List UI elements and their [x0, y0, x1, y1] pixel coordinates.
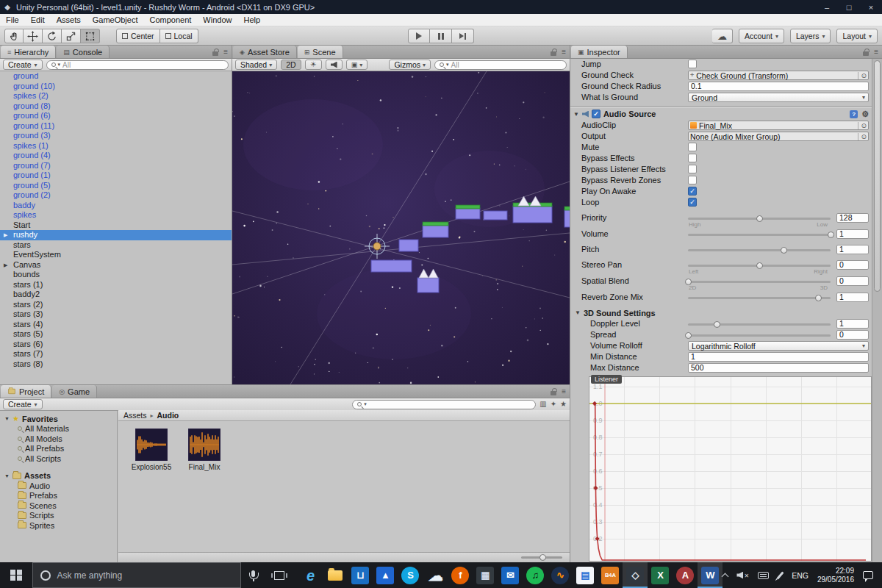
hierarchy-item-baddy[interactable]: baddy — [0, 201, 232, 211]
stereo-pan-slider[interactable] — [688, 265, 831, 267]
scene-audio-toggle[interactable] — [326, 60, 343, 70]
hierarchy-item-ground-8[interactable]: ground (8) — [0, 101, 232, 112]
expander-icon[interactable]: ▼ — [4, 416, 10, 421]
pen-icon[interactable] — [777, 571, 784, 579]
listener-badge[interactable]: Listener — [591, 375, 622, 384]
expander-icon[interactable]: ▼ — [4, 473, 10, 478]
tray-expand-icon[interactable] — [722, 573, 729, 580]
start-button[interactable] — [0, 562, 32, 588]
object-picker-icon[interactable]: ⊙ — [858, 72, 867, 79]
volume-muted-icon[interactable]: ✕ — [736, 572, 749, 579]
effects-dropdown[interactable]: ▣▾ — [346, 60, 368, 70]
doppler-level-slider[interactable] — [688, 323, 831, 326]
layers-dropdown[interactable]: Layers▾ — [790, 29, 831, 43]
hierarchy-item-baddy2[interactable]: baddy2 — [0, 290, 232, 300]
taskbar-app-unity-editor[interactable]: ◇ — [623, 562, 648, 588]
hierarchy-item-eventsystem[interactable]: EventSystem — [0, 250, 232, 260]
rolloff-curve[interactable]: 1.11.00.90.80.70.60.50.40.30.2 — [589, 376, 872, 562]
menu-help[interactable]: Help — [237, 14, 266, 26]
tab-hierarchy[interactable]: ≡Hierarchy — [1, 46, 56, 58]
platform[interactable] — [371, 260, 412, 272]
taskbar-app-access[interactable]: A — [673, 562, 698, 588]
label-filter-icon[interactable]: ✦ — [551, 401, 556, 408]
tab-scene[interactable]: ⊞Scene — [298, 46, 343, 58]
project-menu-icon[interactable]: ≡ — [562, 388, 566, 395]
platform[interactable] — [399, 240, 418, 251]
hierarchy-item-stars-2[interactable]: stars (2) — [0, 300, 232, 310]
folder-audio[interactable]: Audio — [0, 481, 117, 491]
taskbar-app-store[interactable]: ⊔ — [348, 562, 373, 588]
tab-project[interactable]: Project — [1, 385, 51, 398]
bypass-effects-checkbox[interactable] — [688, 154, 697, 162]
gear-icon[interactable]: ⚙ — [861, 110, 869, 118]
column-view-icon[interactable]: ▥ — [539, 401, 546, 408]
loop-checkbox[interactable]: ✓ — [688, 198, 697, 207]
favorites-root[interactable]: ▼★Favorites — [0, 414, 117, 424]
pitch-slider[interactable] — [688, 249, 831, 251]
hierarchy-item-spikes-2[interactable]: spikes (2) — [0, 91, 232, 101]
hierarchy-item-ground-5[interactable]: ground (5) — [0, 181, 232, 191]
tab-inspector[interactable]: ▣Inspector — [571, 46, 628, 58]
scene-lock-icon[interactable] — [551, 51, 556, 56]
audio-source-enabled-checkbox[interactable]: ✓ — [592, 110, 600, 118]
bypass-reverb-zones-checkbox[interactable] — [688, 176, 697, 184]
tab-console[interactable]: ▤Console — [57, 46, 110, 58]
pause-button[interactable] — [430, 29, 452, 43]
favorite-all-materials[interactable]: All Materials — [0, 424, 117, 434]
spread-slider[interactable] — [688, 334, 831, 337]
menu-gameobject[interactable]: GameObject — [87, 14, 144, 26]
volume-rolloff-graph[interactable]: Listener 1.11.00.90.80.70.60.50.40.30.2 — [589, 376, 872, 562]
platform[interactable] — [456, 208, 480, 219]
language-indicator[interactable]: ENG — [792, 571, 808, 580]
hierarchy-item-ground-10[interactable]: ground (10) — [0, 82, 232, 92]
ground-check-radius-field[interactable]: 0.1 — [688, 82, 869, 91]
hierarchy-item-stars-7[interactable]: stars (7) — [0, 349, 232, 359]
keyboard-icon[interactable] — [758, 572, 769, 579]
hierarchy-item-ground-7[interactable]: ground (7) — [0, 161, 232, 171]
clock[interactable]: 22:0929/05/2016 — [817, 567, 854, 584]
audioclip-object-field[interactable]: Final_Mix⊙ — [688, 121, 869, 130]
slider-thumb[interactable] — [781, 247, 787, 254]
what-is-ground-dropdown[interactable]: Ground▾ — [688, 93, 869, 102]
hierarchy-search[interactable]: ▾All — [46, 60, 229, 70]
scene-viewport[interactable] — [232, 71, 570, 384]
taskbar-app-excel[interactable]: X — [648, 562, 673, 588]
pitch-value-field[interactable]: 1 — [836, 245, 869, 254]
close-button[interactable]: × — [860, 0, 882, 14]
minimize-button[interactable]: – — [816, 0, 838, 14]
object-picker-icon[interactable]: ⊙ — [858, 122, 867, 129]
space-button[interactable]: Local — [160, 29, 198, 43]
breadcrumb-audio[interactable]: Audio — [157, 411, 179, 420]
platform[interactable] — [423, 225, 448, 237]
favorites-filter-icon[interactable]: ★ — [560, 401, 567, 408]
cloud-button[interactable]: ☁ — [712, 29, 733, 43]
taskbar-app-b4a[interactable]: B4A — [598, 562, 623, 588]
platform[interactable] — [564, 209, 570, 227]
slider-thumb[interactable] — [539, 554, 546, 561]
hand-tool-button[interactable] — [4, 29, 24, 43]
hierarchy-create-button[interactable]: Create▾ — [3, 60, 43, 70]
priority-slider[interactable] — [688, 218, 831, 220]
player-rushdy[interactable] — [373, 243, 381, 250]
shading-mode-dropdown[interactable]: Shaded▾ — [235, 60, 277, 70]
taskbar-app-file-explorer[interactable] — [323, 562, 348, 588]
taskbar-app-firefox[interactable]: f — [448, 562, 473, 588]
spread-value-field[interactable]: 0 — [836, 330, 869, 340]
slider-thumb[interactable] — [685, 332, 692, 339]
asset-final-mix[interactable]: Final_Mix — [183, 429, 226, 471]
2d-toggle[interactable]: 2D — [281, 60, 301, 70]
audio-source-header[interactable]: ▼ ✓ Audio Source ? ⚙ — [570, 107, 872, 120]
taskbar-app-word[interactable]: W — [698, 562, 723, 588]
play-on-awake-checkbox[interactable]: ✓ — [688, 187, 697, 196]
taskbar-app-calculator[interactable]: ▦ — [473, 562, 498, 588]
asset-explosion55[interactable]: Explosion55 — [130, 429, 173, 471]
hierarchy-item-spikes[interactable]: spikes — [0, 210, 232, 220]
scene-search[interactable]: ▾All — [434, 60, 567, 70]
volume-slider[interactable] — [688, 234, 831, 236]
microphone-icon[interactable] — [251, 570, 255, 577]
rotate-tool-button[interactable] — [43, 29, 62, 43]
slider-thumb[interactable] — [714, 321, 720, 328]
play-button[interactable] — [408, 29, 430, 43]
hierarchy-item-stars-8[interactable]: stars (8) — [0, 359, 232, 370]
hierarchy-item-ground-2[interactable]: ground (2) — [0, 190, 232, 201]
